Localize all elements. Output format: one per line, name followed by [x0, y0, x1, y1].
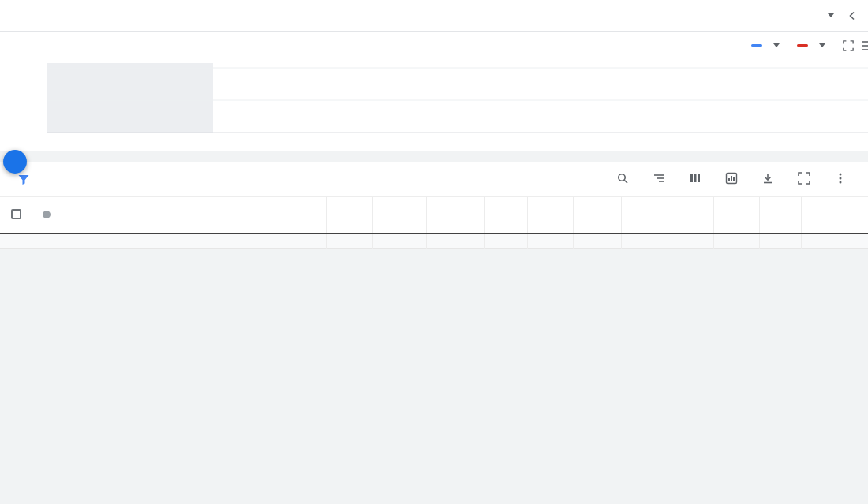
expand-button[interactable]	[786, 172, 822, 187]
col-header-avg-cpc[interactable]	[760, 197, 801, 233]
total-row-label	[0, 233, 245, 249]
col-header-conversions[interactable]	[574, 197, 622, 233]
col-header-optimization-score[interactable]	[372, 197, 427, 233]
total-roas	[801, 233, 868, 249]
col-header-campaign[interactable]	[61, 197, 245, 233]
col-header-conv-value[interactable]	[664, 197, 714, 233]
total-cost	[427, 233, 485, 249]
none-series-swatch	[797, 44, 808, 47]
segment-icon	[653, 172, 665, 185]
col-header-clicks[interactable]	[485, 197, 527, 233]
metric-selector-primary[interactable]	[751, 38, 780, 47]
clicks-line-chart	[47, 62, 868, 134]
columns-icon	[689, 172, 702, 185]
total-conversions	[574, 233, 622, 249]
download-icon	[761, 172, 774, 185]
col-header-roas[interactable]	[801, 197, 868, 233]
total-conv-value	[664, 233, 714, 249]
total-opt-score	[372, 233, 427, 249]
clicks-series-swatch	[751, 44, 762, 47]
chevron-down-icon	[828, 13, 834, 17]
chevron-left-icon	[847, 10, 857, 21]
line-chart-plot	[0, 62, 868, 136]
chevron-down-icon	[819, 43, 825, 47]
chart-overflow-icon[interactable]	[860, 39, 868, 55]
table-total-row	[0, 233, 868, 249]
col-header-cost[interactable]	[427, 197, 485, 233]
total-cost-per-conv	[621, 233, 664, 249]
col-header-status[interactable]	[327, 197, 373, 233]
col-header-impressions[interactable]	[527, 197, 574, 233]
expand-icon	[843, 40, 854, 51]
search-button[interactable]	[604, 172, 641, 187]
campaigns-table	[0, 197, 868, 249]
new-campaign-fab[interactable]	[3, 150, 27, 174]
status-filter-dot-icon[interactable]	[43, 211, 51, 218]
download-button[interactable]	[750, 172, 786, 187]
search-icon	[616, 172, 629, 185]
filter-funnel-icon[interactable]	[17, 174, 30, 186]
reports-icon	[725, 172, 738, 185]
segment-button[interactable]	[641, 172, 677, 187]
performance-chart-card	[0, 32, 868, 151]
table-toolbar	[604, 172, 859, 187]
expand-icon	[798, 172, 810, 185]
total-conv-value-per-cost	[713, 233, 760, 249]
col-header-cost-per-conv[interactable]	[621, 197, 664, 233]
date-range-selector[interactable]	[817, 10, 857, 21]
collapse-panel-button[interactable]	[847, 10, 857, 21]
chart-expand-button[interactable]	[843, 38, 854, 53]
more-vertical-icon	[834, 172, 847, 185]
campaigns-page	[0, 0, 868, 504]
chevron-down-icon	[773, 43, 780, 47]
chart-shaded-region	[47, 63, 213, 133]
reports-button[interactable]	[713, 172, 750, 187]
top-bar	[0, 0, 868, 32]
total-avg-cpc	[760, 233, 801, 249]
columns-button[interactable]	[677, 172, 713, 187]
table-header-row	[0, 197, 868, 233]
x-axis	[0, 136, 868, 151]
more-button[interactable]	[822, 172, 859, 187]
filter-bar	[0, 162, 868, 197]
total-impressions	[527, 233, 574, 249]
metric-selector-secondary[interactable]	[797, 38, 825, 47]
col-header-budget[interactable]	[245, 197, 327, 233]
total-clicks	[485, 233, 527, 249]
col-header-conv-value-per-cost[interactable]	[713, 197, 760, 233]
chart-legend	[0, 35, 868, 62]
select-all-checkbox[interactable]	[11, 209, 21, 219]
